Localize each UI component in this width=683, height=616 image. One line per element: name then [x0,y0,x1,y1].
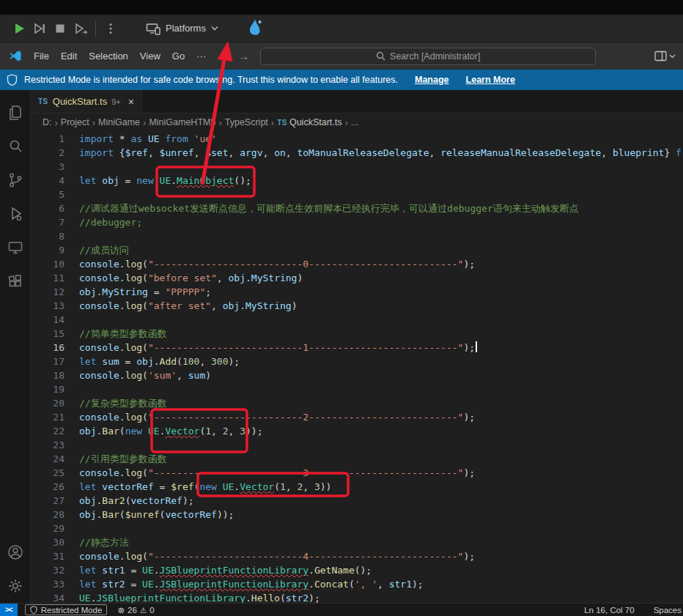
menu-item-file[interactable]: File [28,48,55,64]
warning-icon: ⚠ [140,606,147,615]
breadcrumb-item[interactable]: ... [351,117,358,127]
puerts-icon-button[interactable] [245,18,264,40]
code-line[interactable]: 6//调试器通过websocket发送断点信息，可能断点生效前脚本已经执行完毕，… [31,201,683,215]
code-line[interactable]: 7//debugger; [31,215,683,229]
line-number: 30 [31,535,64,549]
platforms-dropdown[interactable]: Platforms [146,22,218,35]
toolbar-more-button[interactable] [100,18,121,39]
menu-item-edit[interactable]: Edit [55,48,83,64]
code-line[interactable]: 3 [31,160,683,174]
settings-button[interactable] [0,569,31,603]
problems-status[interactable]: ⊗ 26 ⚠ 0 [117,605,154,615]
code-line[interactable]: 28obj.Bar($unref(vectorRef)); [31,508,683,522]
back-arrow-button[interactable]: ← [212,50,233,62]
line-content: let vectorRef = $ref(new UE.Vector(1, 2,… [79,481,331,492]
launch-button[interactable] [70,18,91,39]
restricted-mode-banner: Restricted Mode is intended for safe cod… [0,70,683,90]
code-line[interactable]: 22obj.Bar(new UE.Vector(1, 2, 3)); [31,424,683,438]
breadcrumb-item[interactable]: MiniGame [98,117,140,127]
close-icon[interactable]: × [128,96,134,108]
indentation-status[interactable]: Spaces [654,606,682,615]
search-input[interactable]: Search [Administrator] [260,48,596,65]
breadcrumb-item[interactable]: QuickStart.ts [289,117,342,127]
code-line[interactable]: 31console.log("-------------------------… [31,549,683,563]
sidebar-item-search[interactable] [0,130,31,163]
code-line[interactable]: 29 [31,522,683,535]
code-line[interactable]: 24//引用类型参数函数 [31,452,683,466]
sidebar-item-extensions[interactable] [0,264,31,298]
breadcrumb-separator: › [92,117,96,128]
shield-icon [30,606,37,614]
code-line[interactable]: 30//静态方法 [31,535,683,549]
code-line[interactable]: 25console.log("-------------------------… [31,466,683,480]
code-line[interactable]: 1import * as UE from 'ue' [31,132,683,146]
breadcrumb-item[interactable]: TypeScript [225,117,268,127]
code-line[interactable]: 2import {$ref, $unref, $set, argv, on, t… [31,146,683,160]
tab-quickstart-ts[interactable]: TS QuickStart.ts 9+ × [31,90,142,113]
forward-arrow-button[interactable]: → [233,50,254,62]
puerts-drop-icon [245,18,264,37]
code-line[interactable]: 32let str1 = UE.JSBlueprintFunctionLibra… [31,563,683,577]
breadcrumb-item[interactable]: D: [43,117,52,127]
menu-item-view[interactable]: View [134,48,166,64]
platforms-label: Platforms [166,23,206,34]
account-button[interactable] [0,535,31,569]
breadcrumb-item[interactable]: Project [61,117,89,127]
code-line[interactable]: 11console.log("before set", obj.MyString… [31,271,683,285]
stop-button[interactable] [50,18,70,39]
breadcrumb-separator: › [142,117,147,128]
code-line[interactable]: 14 [31,313,683,327]
code-line[interactable]: 5 [31,188,683,201]
gear-icon [7,577,24,595]
code-line[interactable]: 34UE.JSBlueprintFunctionLibrary.Hello(st… [31,591,683,603]
code-line[interactable]: 10console.log("-------------------------… [31,257,683,271]
breadcrumb-separator: › [270,117,275,128]
step-button[interactable] [29,18,50,39]
code-line[interactable]: 4let obj = new UE.MainObject(); [31,174,683,188]
code-line[interactable]: 8 [31,229,683,243]
sidebar-item-run-debug[interactable] [0,197,31,231]
code-line[interactable]: 26let vectorRef = $ref(new UE.Vector(1, … [31,480,683,494]
cursor-position-status[interactable]: Ln 16, Col 70 [584,606,634,615]
breadcrumb-separator: › [54,117,59,128]
code-line[interactable]: 19 [31,382,683,396]
line-number: 21 [31,410,64,424]
line-number: 24 [31,452,64,466]
code-line[interactable]: 18console.log('sum', sum) [31,368,683,382]
code-line[interactable]: 16console.log("-------------------------… [31,341,683,355]
layout-customize-button[interactable] [654,51,676,62]
vscode-titlebar: FileEditSelectionViewGo··· ← → Search [A… [0,42,683,70]
breadcrumb-item[interactable]: MiniGameHTM5 [149,117,215,127]
code-line[interactable]: 33let str2 = UE.JSBlueprintFunctionLibra… [31,577,683,591]
code-editor[interactable]: 1import * as UE from 'ue'2import {$ref, … [31,131,683,603]
code-line[interactable]: 12obj.MyString = "PPPPP"; [31,285,683,299]
run-debug-icon [7,205,24,223]
layout-icon [654,51,667,62]
menu-item-go[interactable]: Go [166,48,191,64]
menu-item-selection[interactable]: Selection [83,48,133,64]
status-right-group: Ln 16, Col 70 Spaces [584,606,683,615]
code-line[interactable]: 20//复杂类型参数函数 [31,396,683,410]
line-number: 13 [31,299,64,313]
menu-item-[interactable]: ··· [191,48,212,64]
line-content: //引用类型参数函数 [79,453,167,464]
chevron-down-icon [211,26,218,31]
restricted-mode-status[interactable]: Restricted Mode [25,604,108,615]
manage-link[interactable]: Manage [415,75,449,85]
line-number: 14 [31,313,64,327]
code-line[interactable]: 17let sum = obj.Add(100, 300); [31,355,683,368]
learn-more-link[interactable]: Learn More [466,75,515,85]
sidebar-item-remote-explorer[interactable] [0,231,31,264]
sidebar-item-explorer[interactable] [0,96,31,130]
search-icon [7,138,24,155]
line-content: console.log("after set", obj.MyString) [79,300,297,311]
sidebar-item-source-control[interactable] [0,163,31,197]
code-line[interactable]: 9//成员访问 [31,243,683,257]
code-line[interactable]: 23 [31,438,683,452]
code-line[interactable]: 21console.log("-------------------------… [31,410,683,424]
code-line[interactable]: 13console.log("after set", obj.MyString) [31,299,683,313]
code-line[interactable]: 27obj.Bar2(vectorRef); [31,494,683,508]
remote-indicator-button[interactable]: >< [0,604,18,616]
play-button[interactable] [9,18,29,39]
code-line[interactable]: 15//简单类型参数函数 [31,327,683,341]
